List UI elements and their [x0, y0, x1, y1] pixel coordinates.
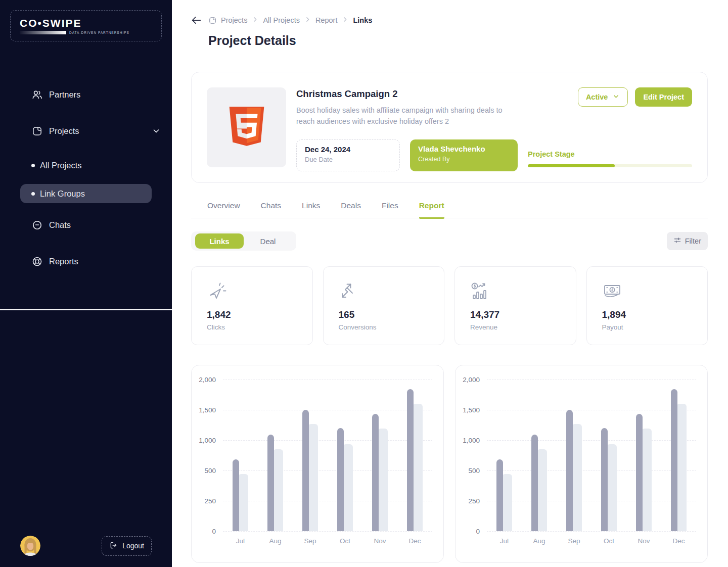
project-stage-label: Project Stage [528, 150, 692, 158]
bar-primary [636, 414, 643, 531]
sidebar: CO•SWIPE DATA-DRIVEN PARTNERSHIPS Partne… [0, 0, 172, 567]
y-tick-label: 1,500 [463, 406, 480, 414]
bullet-dot-icon [31, 164, 35, 167]
sidebar-item-reports[interactable]: Reports [31, 254, 162, 269]
toggle-option-links[interactable]: Links [195, 233, 244, 249]
sidebar-item-label: Projects [49, 126, 79, 136]
lifebuoy-icon [31, 256, 43, 267]
sidebar-item-label: Link Groups [40, 189, 85, 199]
x-tick-label: Nov [362, 537, 397, 545]
bar-primary [601, 428, 608, 531]
bar-primary [531, 435, 538, 531]
people-icon [31, 89, 43, 101]
created-by-box: Vlada Shevchenko Created By [410, 139, 518, 171]
y-tick-label: 1,000 [463, 437, 480, 444]
project-name: Christmas Campaign 2 [296, 88, 518, 100]
bar-secondary [378, 429, 388, 531]
bar-group-dec [661, 380, 696, 531]
stat-card-revenue: 14,377 Revenue [454, 266, 576, 345]
tab-chats[interactable]: Chats [261, 201, 282, 219]
breadcrumb-item-all-projects[interactable]: All Projects [263, 16, 300, 24]
user-avatar[interactable] [20, 536, 40, 556]
sidebar-item-all-projects[interactable]: All Projects [31, 160, 162, 171]
breadcrumb-item-report[interactable]: Report [315, 16, 338, 24]
x-axis-labels: JulAugSepOctNovDec [223, 537, 432, 545]
stat-card-clicks: 1,842 Clicks [191, 266, 313, 345]
chevron-down-icon[interactable] [150, 125, 162, 137]
tab-report[interactable]: Report [419, 201, 444, 219]
sidebar-item-projects[interactable]: Projects [31, 123, 162, 138]
bar-group-dec [397, 380, 432, 531]
project-stage-progress-fill [528, 164, 615, 167]
breadcrumb-item-projects[interactable]: Projects [221, 16, 247, 24]
stat-value: 165 [339, 309, 429, 320]
bar-secondary [343, 444, 353, 531]
x-tick-label: Aug [258, 537, 293, 545]
sidebar-item-chats[interactable]: Chats [31, 217, 162, 232]
filter-label: Filter [685, 237, 701, 245]
project-logo-tile [207, 87, 286, 167]
stat-card-conversions: 165 Conversions [323, 266, 445, 345]
filter-button[interactable]: Filter [667, 232, 708, 250]
page-title: Project Details [208, 33, 708, 48]
y-axis: 02505001,0001,5002,000 [464, 380, 487, 531]
sidebar-divider [0, 309, 172, 310]
x-tick-label: Oct [592, 537, 626, 545]
x-tick-label: Aug [522, 537, 557, 545]
x-tick-label: Sep [293, 537, 328, 545]
bar-secondary [413, 404, 423, 531]
bar-primary [407, 389, 414, 531]
y-tick-label: 250 [204, 497, 216, 505]
edit-project-button[interactable]: Edit Project [635, 87, 692, 107]
bar-chart-right: 02505001,0001,5002,000 JulAugSepOctNovDe… [455, 365, 708, 563]
charts-row: 02505001,0001,5002,000 JulAugSepOctNovDe… [191, 365, 708, 563]
bar-secondary [238, 474, 248, 531]
revenue-chart-icon [470, 282, 561, 301]
sidebar-item-partners[interactable]: Partners [31, 87, 162, 102]
gridline [487, 531, 696, 532]
toggle-option-deal[interactable]: Deal [244, 233, 292, 249]
due-date-box: Dec 24, 2024 Due Date [296, 139, 400, 171]
bar-primary [302, 410, 309, 531]
tab-overview[interactable]: Overview [207, 201, 240, 219]
bar-primary [337, 428, 344, 531]
x-tick-label: Oct [328, 537, 362, 545]
links-deal-toggle: Links Deal [191, 231, 296, 251]
filter-sliders-icon [673, 237, 681, 246]
stat-card-payout: 1,894 Payout [586, 266, 708, 345]
bullet-dot-icon [31, 192, 35, 196]
bar-primary [372, 414, 379, 531]
cursor-click-icon [207, 282, 297, 301]
tab-files[interactable]: Files [382, 201, 398, 219]
bar-secondary [642, 429, 652, 531]
bar-group-sep [293, 380, 328, 531]
x-tick-label: Dec [397, 537, 432, 545]
stat-label: Conversions [339, 323, 429, 331]
y-tick-label: 2,000 [199, 376, 216, 384]
main-content: Projects All Projects Report Links Proje… [172, 0, 728, 567]
status-value: Active [586, 93, 608, 101]
bar-secondary [308, 424, 318, 531]
tab-links[interactable]: Links [302, 201, 320, 219]
x-tick-label: Dec [661, 537, 696, 545]
stat-label: Revenue [470, 323, 561, 331]
bar-secondary [676, 404, 687, 531]
x-axis-labels: JulAugSepOctNovDec [487, 537, 696, 545]
bar-group-aug [522, 380, 557, 531]
created-by-value: Vlada Shevchenko [418, 145, 510, 153]
chart-plot-area [223, 380, 432, 531]
back-button[interactable] [191, 15, 202, 25]
bar-primary [267, 435, 274, 531]
sidebar-item-link-groups[interactable]: Link Groups [20, 184, 152, 203]
document-icon [31, 125, 43, 137]
tab-deals[interactable]: Deals [341, 201, 361, 219]
logout-icon [109, 541, 118, 551]
sidebar-item-label: Chats [49, 220, 71, 230]
logout-button[interactable]: Logout [102, 536, 152, 556]
status-dropdown[interactable]: Active [578, 87, 628, 107]
sidebar-item-label: Partners [49, 90, 80, 100]
x-tick-label: Jul [487, 537, 522, 545]
due-date-label: Due Date [305, 156, 391, 163]
bar-group-oct [592, 380, 626, 531]
bar-group-aug [258, 380, 293, 531]
